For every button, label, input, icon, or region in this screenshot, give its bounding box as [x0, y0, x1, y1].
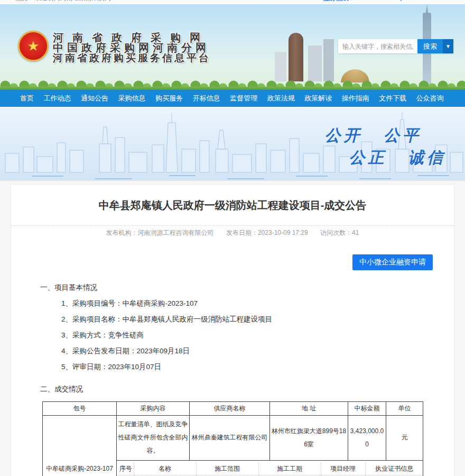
- nav-item-procure[interactable]: 采购信息: [118, 94, 146, 103]
- sub-col-scope: 施工范围: [196, 463, 258, 475]
- col-package: 包号: [43, 402, 117, 416]
- section1-heading: 一、项目基本情况: [40, 283, 454, 292]
- nav-item-news[interactable]: 工作动态: [44, 94, 71, 103]
- search-button[interactable]: 搜索: [417, 39, 443, 53]
- sub-col-manager: 项目经理: [321, 463, 365, 475]
- award-table-header-row: 包号 采购内容 供应商名称 地 址 中标金额 单位: [43, 402, 423, 416]
- site-title-block: 河南省政府采购网 中国政府采购网河南分网 河南省政府购买服务信息平台: [53, 33, 211, 63]
- meta-publisher: 发布机构：河南润源工程咨询有限公司: [106, 229, 214, 236]
- nav-item-consult[interactable]: 公众咨询: [416, 94, 444, 103]
- site-title-line3: 河南省政府购买服务信息平台: [53, 53, 211, 63]
- banner: 公开 公平 公正 诚信: [0, 107, 465, 181]
- meta-date: 发布日期：2023-10-09 17:29: [226, 229, 308, 236]
- nav-item-supervise[interactable]: 监督管理: [230, 94, 257, 103]
- cell-amount: 3,423,000.00: [348, 416, 386, 461]
- nav-item-bidopen[interactable]: 开标信息: [193, 94, 220, 103]
- nav-item-notices[interactable]: 通知公告: [81, 94, 108, 103]
- sub-col-cert: 执业证书信息: [365, 463, 423, 475]
- nav-item-download[interactable]: 文件下载: [379, 94, 406, 103]
- nav-item-guide[interactable]: 操作指南: [342, 94, 369, 103]
- building-decoration: [323, 39, 334, 81]
- cell-supplier: 林州鼎秦建筑工程有限公司: [190, 416, 270, 461]
- cell-address: 林州市红旗渠大道899号186室: [270, 416, 348, 461]
- nav-item-policy[interactable]: 政策解读: [304, 94, 332, 103]
- col-content: 采购内容: [117, 402, 190, 416]
- sub-header-row: 序号 名称 施工范围 施工工期 项目经理 执业证书信息: [118, 463, 423, 475]
- nav-item-laws[interactable]: 政策法规: [267, 94, 295, 103]
- section1-item-notice-date: 4、采购公告发布日期：2023年09月18日: [61, 346, 454, 356]
- meta-visits: 访问次数：41: [320, 229, 359, 236]
- announcement-card: 中牟县郑庵镇人民政府一级消防站工程建设项目-成交公告 发布机构：河南润源工程咨询…: [11, 184, 454, 476]
- tower-spire-decoration: [425, 4, 429, 16]
- building-decoration: [308, 45, 322, 81]
- service-hotline: 服务热线：0371-65908207、0371-65908400: [323, 0, 450, 3]
- article-meta: 发布机构：河南润源工程咨询有限公司 发布日期：2023-10-09 17:29 …: [11, 225, 454, 237]
- corn-tower-decoration: [289, 33, 303, 81]
- chevron-down-icon[interactable]: ▼: [443, 39, 453, 53]
- section1-item-method: 3、采购方式：竞争性磋商: [61, 331, 454, 340]
- award-table-wrapper: 包号 采购内容 供应商名称 地 址 中标金额 单位 中牟磋商采购-2023-10…: [42, 401, 423, 476]
- nav-item-purchase[interactable]: 购买服务: [155, 94, 183, 103]
- main-area: 中牟县郑庵镇人民政府一级消防站工程建设项目-成交公告 发布机构：河南润源工程咨询…: [0, 181, 465, 476]
- cell-package-no: 中牟磋商采购-2023-107: [43, 416, 117, 476]
- col-address: 地 址: [270, 402, 348, 416]
- col-unit: 单位: [386, 402, 423, 416]
- star-icon: ★: [27, 39, 39, 53]
- col-amount: 中标金额: [348, 402, 386, 416]
- grass-decoration: [0, 87, 465, 90]
- page-title: 中牟县郑庵镇人民政府一级消防站工程建设项目-成交公告: [11, 185, 454, 213]
- award-row: 中牟磋商采购-2023-107 工程量清单、图纸及竞争性磋商文件所包含全部内容。…: [43, 416, 423, 461]
- finance-button-row: 中小微企业融资申请: [11, 237, 454, 270]
- site-title-line2: 中国政府采购网河南分网: [53, 43, 211, 53]
- section1-item-project-no: 1、采购项目编号：中牟磋商采购-2023-107: [61, 299, 454, 308]
- sub-col-name: 名称: [134, 463, 196, 475]
- sub-col-period: 施工工期: [258, 463, 321, 475]
- top-utility-bar: 您好！欢迎访问河南省政府采购网！ 服务热线：0371-65908207、0371…: [0, 0, 465, 4]
- nav-item-home[interactable]: 首页: [20, 94, 34, 103]
- main-nav: 首页 工作动态 通知公告 采购信息 购买服务 开标信息 监督管理 政策法规 政策…: [0, 90, 465, 107]
- section1-item-review-date: 5、评审日期：2023年10月07日: [61, 362, 454, 372]
- section1-item-project-name: 2、采购项目名称：中牟县郑庵镇人民政府一级消防站工程建设项目: [61, 315, 454, 324]
- slogan-open-fair: 公开 公平: [325, 125, 422, 147]
- col-supplier: 供应商名称: [190, 402, 270, 416]
- site-header: ★ 河南省政府采购网 中国政府采购网河南分网 河南省政府购买服务信息平台 搜索 …: [0, 4, 465, 90]
- section2-heading: 二、成交情况: [40, 385, 454, 394]
- cell-unit: 元: [386, 416, 423, 461]
- search-input[interactable]: [338, 39, 417, 53]
- welcome-text: 您好！欢迎访问河南省政府采购网！: [16, 0, 117, 3]
- sub-col-no: 序号: [118, 463, 134, 475]
- slogan-just-honest: 公正 诚信: [349, 147, 447, 169]
- cell-content: 工程量清单、图纸及竞争性磋商文件所包含全部内容。: [117, 416, 190, 461]
- national-emblem-logo: ★: [18, 31, 49, 61]
- sme-financing-button[interactable]: 中小微企业融资申请: [352, 254, 433, 270]
- project-detail-table: 序号 名称 施工范围 施工工期 项目经理 执业证书信息 1 中牟县郑庵镇人民政府…: [118, 463, 423, 476]
- award-table: 包号 采购内容 供应商名称 地 址 中标金额 单位 中牟磋商采购-2023-10…: [42, 401, 423, 476]
- skyline-art: [0, 112, 465, 181]
- search-bar: 搜索 ▼: [338, 39, 453, 53]
